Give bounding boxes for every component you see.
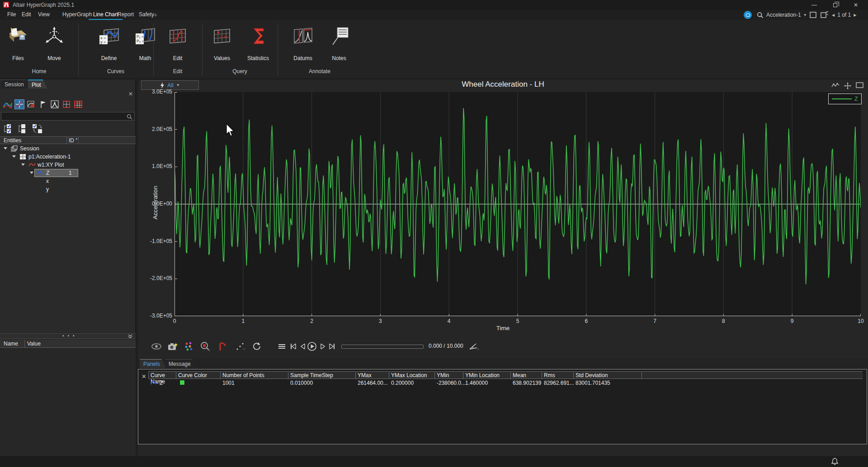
- filter-notes-icon[interactable]: [38, 99, 48, 109]
- column-header-mean[interactable]: Mean: [510, 372, 542, 379]
- animation-menu-icon[interactable]: [276, 340, 288, 353]
- fit-curve-icon[interactable]: [218, 340, 230, 353]
- values-button[interactable]: (x,y)Values: [206, 25, 238, 61]
- refresh-icon[interactable]: [251, 340, 263, 353]
- tree-item-x[interactable]: x: [0, 177, 136, 185]
- uncheck-all-icon[interactable]: [17, 124, 28, 135]
- plot-canvas[interactable]: [175, 92, 861, 316]
- snapshot-icon[interactable]: [167, 340, 179, 353]
- statistics-button[interactable]: Statistics: [242, 25, 274, 61]
- properties-table-body: [0, 348, 136, 456]
- splitter-handle-icon: • • •: [62, 333, 76, 338]
- column-header-number-of-points[interactable]: Number of Points: [220, 372, 288, 379]
- column-header-std-deviation[interactable]: Std Deviation: [573, 372, 642, 379]
- search-icon[interactable]: [757, 11, 764, 19]
- column-header-ymin-location[interactable]: YMin Location: [463, 372, 510, 379]
- ribbon-button-label: Define: [93, 55, 125, 61]
- page-selector-dropdown[interactable]: Acceleration-1▼: [766, 11, 807, 19]
- svg-text:P₂ =: P₂ =: [137, 39, 144, 43]
- tree-item-y[interactable]: y: [0, 185, 136, 193]
- filter-grids-icon[interactable]: [61, 99, 71, 109]
- notifications-bell-icon[interactable]: [831, 458, 839, 466]
- sidebar-splitter[interactable]: • • •: [0, 333, 136, 339]
- check-all-icon[interactable]: [3, 124, 14, 135]
- tab-message-center[interactable]: Message Center: [165, 359, 197, 368]
- expand-arrow-icon[interactable]: [30, 172, 33, 174]
- cell-std-deviation: 83001.701435: [573, 380, 610, 386]
- tree-item-z[interactable]: Z1: [0, 169, 136, 177]
- curve-color-swatch: [179, 380, 185, 385]
- collapse-chevrons-icon[interactable]: [127, 334, 133, 339]
- tab-panels[interactable]: Panels: [140, 359, 166, 368]
- ribbon-group-label: Edit: [153, 68, 202, 75]
- notes-button[interactable]: Notes: [323, 25, 355, 61]
- color-points-icon[interactable]: [183, 340, 195, 353]
- add-ribbon-tab-button[interactable]: +: [154, 11, 157, 19]
- play-icon[interactable]: [306, 340, 318, 353]
- expand-arrow-icon[interactable]: [12, 155, 16, 158]
- column-header-ymin[interactable]: YMin: [434, 372, 463, 379]
- menu-bar: FileEditViewHyperGraphLine ChartReportSa…: [0, 10, 868, 20]
- filter-plots-icon[interactable]: [14, 99, 24, 109]
- tab-plot[interactable]: Plot: [28, 79, 47, 89]
- define-button[interactable]: x =y =Define: [93, 25, 125, 61]
- page-layout-icon[interactable]: [810, 11, 816, 19]
- time-slider[interactable]: [341, 345, 424, 349]
- column-header-rms[interactable]: Rms: [542, 372, 573, 379]
- restore-button[interactable]: [827, 0, 843, 10]
- edit-button[interactable]: Edit: [161, 25, 194, 61]
- visibility-icon[interactable]: [151, 340, 162, 353]
- tree-item-label: Z: [46, 170, 49, 176]
- next-page-icon[interactable]: ▶: [854, 13, 856, 17]
- close-panel-icon[interactable]: ✕: [142, 373, 146, 380]
- tree-item-session[interactable]: Session: [0, 145, 136, 153]
- last-frame-icon[interactable]: [326, 340, 338, 353]
- session-icon: [11, 145, 18, 153]
- maximize-window-icon[interactable]: [856, 82, 863, 88]
- assistant-icon[interactable]: [744, 11, 752, 19]
- table-header-row: Curve NameCurve ColorNumber of PointsSam…: [148, 371, 863, 379]
- zoom-icon[interactable]: [199, 340, 211, 353]
- tree-item-p1-acceleration-1[interactable]: p1:Acceleration-1: [0, 153, 136, 161]
- trace-points-icon[interactable]: [235, 340, 246, 353]
- chevron-down-icon: ▼: [803, 13, 807, 17]
- table-row[interactable]: Z10010.010000261464.00...0.200000-238060…: [148, 379, 863, 387]
- statistics-icon: [247, 25, 269, 47]
- pan-icon[interactable]: [844, 82, 851, 89]
- expand-arrow-icon[interactable]: [4, 147, 7, 149]
- menu-view[interactable]: View: [33, 10, 54, 20]
- close-panel-icon[interactable]: ✕: [128, 91, 134, 97]
- column-header-curve-name[interactable]: Curve Name: [148, 372, 176, 379]
- column-header-curve-color[interactable]: Curve Color: [176, 372, 220, 379]
- column-header-ymax[interactable]: YMax: [355, 372, 389, 379]
- tree-item-w1-xy-plot[interactable]: w1:XY Plot: [0, 161, 136, 169]
- minimize-button[interactable]: —: [807, 0, 822, 10]
- toggle-check-icon[interactable]: [32, 124, 43, 135]
- filter-curves-icon[interactable]: [3, 99, 13, 109]
- move-button[interactable]: Move: [38, 25, 71, 61]
- refresh-page-icon[interactable]: [821, 11, 828, 19]
- animation-settings-icon[interactable]: [468, 340, 480, 353]
- x-axis-tick: 6: [577, 318, 595, 324]
- filter-tables-icon[interactable]: [73, 99, 83, 109]
- ribbon-group-edit: EditEdit: [153, 20, 202, 79]
- prev-page-icon[interactable]: ◀: [832, 13, 835, 17]
- column-header-sample-timestep[interactable]: Sample TimeStep: [288, 372, 355, 379]
- browser-sidebar: SessionPlot ✕ Entities ID ▲ Sessionp1:Ac…: [0, 79, 136, 456]
- files-button[interactable]: Files: [2, 25, 34, 61]
- datums-button[interactable]: Datums: [287, 25, 319, 61]
- cell-mean: 638.902139: [510, 380, 541, 386]
- legend[interactable]: Z: [828, 93, 862, 104]
- curve-tool-icon[interactable]: [831, 82, 840, 89]
- tab-session[interactable]: Session: [1, 79, 30, 89]
- expand-arrow-icon[interactable]: [21, 163, 25, 166]
- cell-curve-color[interactable]: [177, 380, 185, 385]
- close-button[interactable]: ✕: [848, 0, 863, 10]
- menu-edit[interactable]: Edit: [17, 10, 36, 20]
- search-input[interactable]: [1, 112, 135, 121]
- filter-annotations-icon[interactable]: [26, 99, 36, 109]
- filter-datums-icon[interactable]: [50, 99, 60, 109]
- column-header-ymax-location[interactable]: YMax Location: [389, 372, 434, 379]
- entities-table-header[interactable]: Entities ID ▲: [0, 136, 136, 144]
- properties-table-header[interactable]: Name Value: [0, 340, 136, 348]
